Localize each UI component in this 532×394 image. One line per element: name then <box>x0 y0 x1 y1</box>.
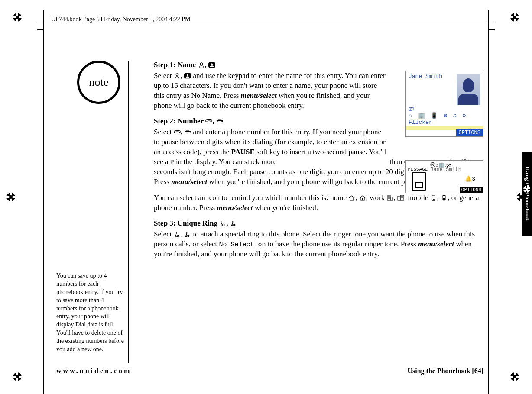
crop-mark-icon <box>508 11 521 24</box>
step2-body-2: You can select an icon to remind you whi… <box>154 193 483 213</box>
svg-point-33 <box>176 74 178 76</box>
main-content: Step 1: Name , Select , and use the keyp… <box>154 61 483 265</box>
note-label: note <box>89 76 109 89</box>
svg-point-19 <box>9 195 13 199</box>
screen1-name: Jane Smith <box>409 73 442 80</box>
screen2-message: MESSAGE <box>408 167 428 172</box>
heading-text: Step 3: Unique Ring <box>154 219 219 227</box>
footer-url: www.uniden.com <box>56 367 131 375</box>
svg-point-53 <box>177 235 178 236</box>
phone-outline-icon <box>174 129 181 135</box>
menu-select-label: menu/select <box>171 178 207 186</box>
footer-section: Using the Phonebook [64] <box>407 367 483 375</box>
screen1-row1: ⍶1 <box>409 105 415 112</box>
svg-rect-42 <box>398 196 400 200</box>
person-solid-icon <box>208 62 215 68</box>
ring-outline-icon <box>219 220 226 226</box>
side-mark-icon <box>0 191 17 203</box>
svg-point-54 <box>187 234 189 236</box>
battery-icon <box>412 172 426 191</box>
svg-point-11 <box>16 375 19 378</box>
phone-screen-1: Jane Smith ⍶1 ⌂ 🏢 📱 ☎ ♫ ⚙ Flicker OPTION… <box>405 71 483 137</box>
step1-body: Select , and use the keypad to enter the… <box>154 71 388 111</box>
ring-solid-icon <box>184 231 191 237</box>
step1-heading: Step 1: Name , <box>154 61 483 69</box>
page-footer: www.uniden.com Using the Phonebook [64] <box>56 367 483 375</box>
menu-select-label: menu/select <box>217 203 253 212</box>
work-outline-icon <box>386 195 393 201</box>
avatar-icon <box>457 74 480 105</box>
mobile-solid-icon <box>441 195 448 201</box>
screen2-name: Jane Smith <box>430 167 461 173</box>
thumb-tab-label: Using the Phonebook <box>524 166 530 222</box>
mobile-outline-icon <box>430 195 437 201</box>
no-selection-label: No Selection <box>219 241 266 249</box>
screen1-icons: ⌂ 🏢 📱 ☎ ♫ ⚙ <box>409 112 467 119</box>
header-rule <box>37 24 495 24</box>
svg-point-35 <box>187 74 188 76</box>
crop-mark-icon <box>11 11 24 24</box>
thumb-tab: Using the Phonebook <box>522 152 532 236</box>
frame-line <box>37 29 43 30</box>
crop-mark-icon <box>508 370 521 383</box>
frame-line <box>489 29 495 30</box>
person-outline-icon <box>198 62 205 68</box>
home-solid-icon <box>359 195 366 201</box>
margin-note: You can save up to 4 numbers for each ph… <box>56 272 126 354</box>
svg-point-32 <box>211 63 213 65</box>
step3-heading: Step 3: Unique Ring , <box>154 219 483 228</box>
phone-solid-icon <box>216 118 223 124</box>
screen1-options: OPTIONS <box>456 129 483 136</box>
phone-screen-2: Ⓝ⌂🏢♫⚙ MESSAGE Jane Smith 🔔3 OPTIONS <box>405 160 483 193</box>
svg-rect-38 <box>391 197 393 200</box>
ring-outline-icon <box>174 231 181 237</box>
svg-point-7 <box>513 16 516 19</box>
person-outline-icon <box>174 73 181 79</box>
svg-point-3 <box>16 16 19 19</box>
p-char: P <box>170 159 174 166</box>
work-alt-icon <box>397 195 404 201</box>
heading-text: Step 2: Number <box>154 117 205 125</box>
svg-rect-36 <box>362 198 363 200</box>
menu-select-label: menu/select <box>241 91 277 100</box>
phone-outline-icon <box>205 118 212 124</box>
note-badge: note <box>77 61 120 104</box>
svg-rect-50 <box>443 196 445 198</box>
menu-select-label: menu/select <box>418 240 454 248</box>
svg-point-15 <box>513 375 516 378</box>
svg-point-29 <box>526 188 528 191</box>
screen2-options: OPTIONS <box>460 187 483 193</box>
ring-solid-icon <box>230 220 237 226</box>
svg-rect-47 <box>432 195 435 200</box>
svg-point-30 <box>200 63 202 65</box>
screen2-bell: 🔔3 <box>465 175 475 182</box>
svg-point-52 <box>233 223 235 226</box>
svg-point-51 <box>223 224 224 226</box>
frame-line <box>43 10 44 394</box>
home-outline-icon <box>348 195 355 201</box>
phone-solid-icon <box>184 129 191 135</box>
step3-body: Select , to attach a special ring to thi… <box>154 229 483 259</box>
screen1-ring: Flicker <box>409 119 432 126</box>
person-solid-icon <box>184 73 191 79</box>
heading-text: Step 1: Name <box>154 61 198 69</box>
pause-key-label: PAUSE <box>231 148 254 156</box>
pdf-header: UP744.book Page 64 Friday, November 5, 2… <box>51 16 190 23</box>
crop-mark-icon <box>11 370 24 383</box>
